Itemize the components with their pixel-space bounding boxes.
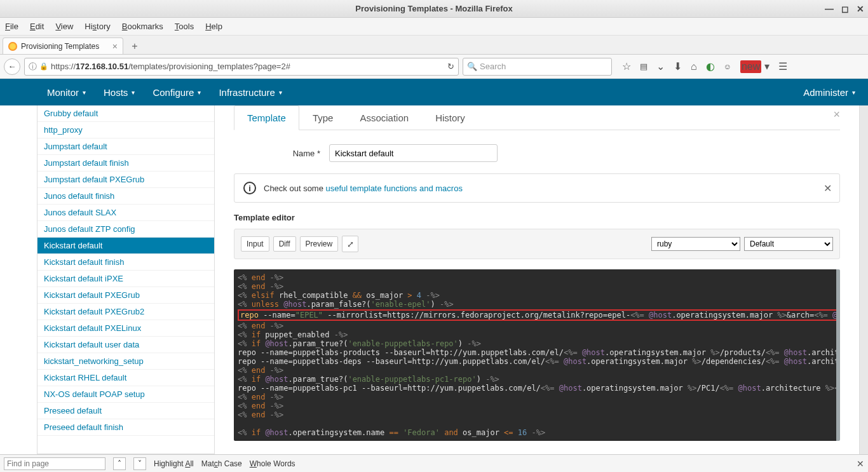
tab-history[interactable]: History: [422, 105, 478, 130]
menu-bookmarks[interactable]: Bookmarks: [122, 22, 163, 31]
url-bar[interactable]: ⓘ 🔒 https://172.168.10.51/templates/prov…: [24, 58, 459, 76]
editor-label: Template editor: [234, 213, 840, 222]
tab-favicon-icon: [8, 42, 17, 51]
sidebar-item[interactable]: Jumpstart default PXEGrub: [37, 172, 214, 188]
sidebar-item[interactable]: Junos default finish: [37, 188, 214, 205]
window-title: Provisioning Templates - Mozilla Firefox: [355, 4, 513, 13]
editor-lang-select[interactable]: ruby: [651, 237, 740, 251]
detail-tabs: Template Type Association History ×: [234, 105, 840, 130]
nav-infrastructure[interactable]: Infrastructure: [219, 87, 281, 98]
code-editor[interactable]: <% end -%> <% end -%> <% elsif rhel_comp…: [234, 269, 840, 441]
reload-icon[interactable]: ↻: [447, 62, 454, 71]
back-button[interactable]: ←: [4, 58, 20, 75]
alert-dismiss-icon[interactable]: ✕: [824, 182, 832, 194]
extension-icon[interactable]: ◐: [706, 60, 715, 72]
editor-preview-button[interactable]: Preview: [300, 236, 339, 252]
panel-close-icon[interactable]: ×: [833, 108, 840, 121]
bookmarks-panel-icon[interactable]: ▤: [640, 62, 648, 71]
nav-hosts[interactable]: Hosts: [104, 87, 135, 98]
info-icon: i: [243, 182, 256, 194]
info-icon[interactable]: ⓘ: [29, 61, 37, 72]
tab-template[interactable]: Template: [234, 105, 299, 130]
editor-theme-select[interactable]: Default: [744, 237, 833, 251]
menu-icon[interactable]: ☰: [778, 60, 787, 72]
sidebar-item[interactable]: Junos default ZTP config: [37, 221, 214, 238]
tab-title: Provisioning Templates: [21, 42, 99, 51]
sidebar-item[interactable]: Kickstart default: [37, 238, 214, 254]
find-whole-words[interactable]: Whole Words: [250, 459, 295, 468]
alert-text: Check out some useful template functions…: [264, 184, 463, 193]
tab-type[interactable]: Type: [299, 105, 347, 130]
sidebar-item[interactable]: Junos default SLAX: [37, 205, 214, 221]
sidebar-item[interactable]: Jumpstart default: [37, 138, 214, 155]
find-prev-icon[interactable]: ˄: [113, 457, 126, 470]
home-icon[interactable]: ⌂: [691, 61, 697, 72]
nav-monitor[interactable]: Monitor: [47, 87, 86, 98]
editor-diff-button[interactable]: Diff: [273, 236, 296, 252]
profile-icon[interactable]: ☺: [724, 62, 731, 71]
window-close-icon[interactable]: ✕: [857, 4, 864, 14]
editor-toolbar: Input Diff Preview ⤢ ruby Default: [234, 229, 840, 259]
menu-file[interactable]: File: [5, 22, 18, 31]
menu-history[interactable]: History: [85, 22, 110, 31]
window-maximize-icon[interactable]: ◻: [841, 4, 849, 14]
sidebar-item[interactable]: Kickstart RHEL default: [37, 370, 214, 386]
name-input[interactable]: [329, 144, 498, 162]
scrollbar[interactable]: [859, 105, 868, 454]
find-input[interactable]: [4, 457, 105, 470]
search-placeholder: Search: [480, 62, 506, 71]
nav-configure[interactable]: Configure: [153, 87, 201, 98]
sidebar-item[interactable]: Jumpstart default finish: [37, 155, 214, 172]
downloads-icon[interactable]: ⬇: [674, 60, 682, 72]
info-alert: i Check out some useful template functio…: [234, 173, 840, 203]
pocket-icon[interactable]: ⌄: [656, 60, 665, 72]
sidebar-item[interactable]: http_proxy: [37, 122, 214, 138]
find-next-icon[interactable]: ˅: [133, 457, 146, 470]
main-panel: Template Type Association History × Name…: [215, 105, 859, 454]
sidebar-item[interactable]: Kickstart default finish: [37, 254, 214, 271]
alert-link[interactable]: useful template functions and macros: [326, 184, 463, 193]
sidebar-item[interactable]: Grubby default: [37, 105, 214, 122]
browser-tab[interactable]: Provisioning Templates ×: [3, 37, 123, 54]
find-close-icon[interactable]: ✕: [857, 459, 864, 469]
new-tab-button[interactable]: +: [127, 39, 142, 54]
tab-close-icon[interactable]: ×: [112, 41, 118, 51]
menu-help[interactable]: Help: [205, 22, 222, 31]
editor-input-button[interactable]: Input: [241, 236, 269, 252]
app-topnav: Monitor Hosts Configure Infrastructure A…: [0, 79, 868, 105]
toolbar-new-badge[interactable]: new ▾: [740, 60, 770, 73]
find-bar: ˄ ˅ Highlight All Match Case Whole Words…: [0, 454, 868, 472]
url-text: https://172.168.10.51/templates/provisio…: [51, 62, 290, 71]
menu-view[interactable]: View: [55, 22, 73, 31]
browser-tabbar: Provisioning Templates × +: [0, 36, 868, 55]
template-sidebar: Grubby defaulthttp_proxyJumpstart defaul…: [37, 105, 215, 454]
sidebar-item[interactable]: kickstart_networking_setup: [37, 353, 214, 370]
search-box[interactable]: 🔍 Search: [463, 58, 612, 76]
find-highlight-all[interactable]: Highlight All: [154, 459, 194, 468]
sidebar-item[interactable]: NX-OS default POAP setup: [37, 386, 214, 403]
nav-administer[interactable]: Administer: [803, 87, 855, 98]
sidebar-item[interactable]: Preseed default finish: [37, 419, 214, 436]
bookmark-star-icon[interactable]: ☆: [622, 60, 631, 72]
editor-fullscreen-icon[interactable]: ⤢: [342, 236, 358, 252]
lock-icon: 🔒: [39, 62, 48, 71]
find-match-case[interactable]: Match Case: [201, 459, 242, 468]
menu-edit[interactable]: Edit: [30, 22, 44, 31]
sidebar-item[interactable]: Preseed default: [37, 403, 214, 419]
window-minimize-icon[interactable]: —: [825, 4, 834, 14]
browser-navbar: ← ⓘ 🔒 https://172.168.10.51/templates/pr…: [0, 55, 868, 79]
search-icon: 🔍: [467, 62, 477, 71]
window-titlebar: Provisioning Templates - Mozilla Firefox…: [0, 0, 868, 18]
sidebar-item[interactable]: Kickstart default user data: [37, 337, 214, 353]
tab-association[interactable]: Association: [346, 105, 422, 130]
menu-tools[interactable]: Tools: [175, 22, 194, 31]
sidebar-item[interactable]: Kickstart default PXELinux: [37, 320, 214, 337]
name-label: Name *: [234, 149, 329, 158]
sidebar-item[interactable]: Kickstart default PXEGrub: [37, 287, 214, 304]
app-menubar: File Edit View History Bookmarks Tools H…: [0, 18, 868, 36]
sidebar-item[interactable]: Kickstart default PXEGrub2: [37, 304, 214, 320]
sidebar-item[interactable]: Kickstart default iPXE: [37, 271, 214, 287]
